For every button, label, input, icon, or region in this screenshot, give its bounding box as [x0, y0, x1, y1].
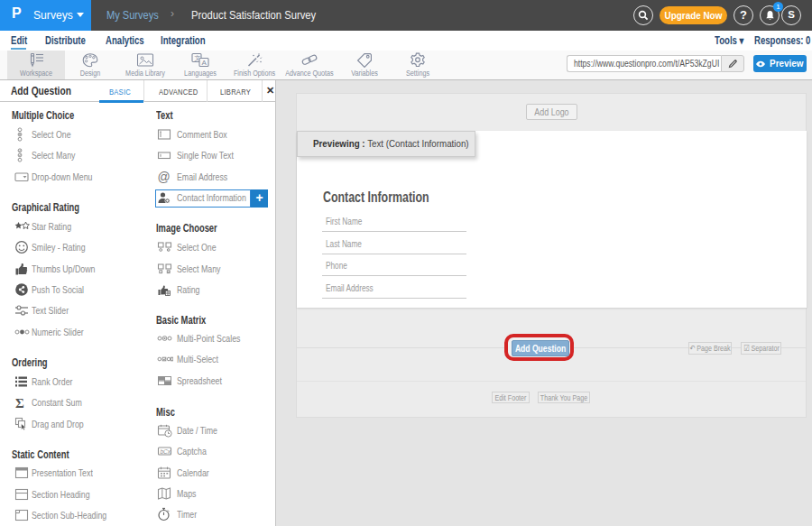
svg-text:bCx: bCx — [161, 448, 171, 455]
svg-text:@: @ — [158, 170, 171, 184]
svg-text:Σ: Σ — [15, 396, 24, 411]
svg-text:A: A — [202, 59, 208, 67]
